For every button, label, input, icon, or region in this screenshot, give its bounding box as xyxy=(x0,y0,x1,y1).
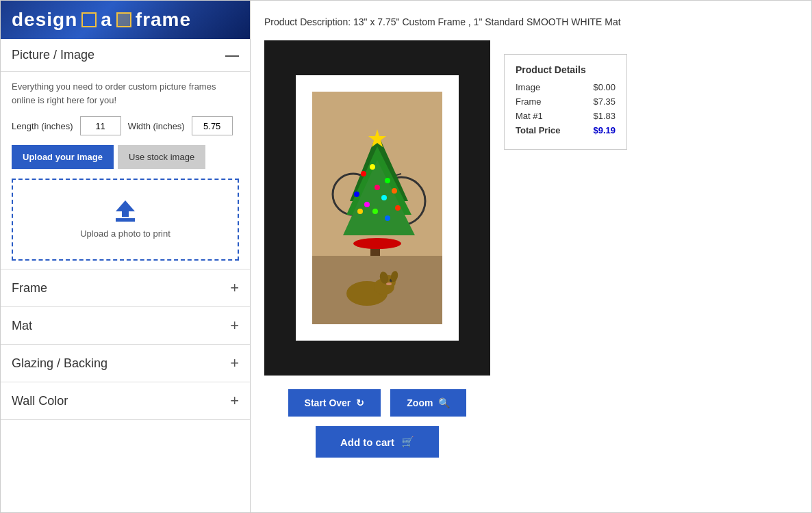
action-buttons: Start Over ↻ Zoom 🔍 xyxy=(288,389,467,417)
logo: design a frame xyxy=(12,9,191,31)
upload-drop-zone[interactable]: Upload a photo to print xyxy=(12,179,239,261)
logo-box-2 xyxy=(116,12,131,27)
frame-section-header[interactable]: Frame + xyxy=(1,269,250,307)
stock-image-button[interactable]: Use stock image xyxy=(118,145,205,169)
refresh-icon: ↻ xyxy=(356,397,364,408)
add-to-cart-button[interactable]: Add to cart 🛒 xyxy=(316,426,439,458)
logo-box-1 xyxy=(81,12,97,27)
svg-point-14 xyxy=(370,164,375,170)
frame-plus-icon: + xyxy=(230,279,239,297)
detail-row-frame: Frame $7.35 xyxy=(516,96,616,107)
svg-point-17 xyxy=(364,202,370,207)
dimensions-row: Length (inches) Width (inches) xyxy=(12,116,239,135)
width-input[interactable] xyxy=(192,116,233,135)
picture-section-content: Everything you need to order custom pict… xyxy=(1,72,250,269)
mat-section-header[interactable]: Mat + xyxy=(1,307,250,345)
detail-row-image: Image $0.00 xyxy=(516,82,616,92)
mat-price: $1.83 xyxy=(593,111,616,121)
product-description-label: Product Description: xyxy=(264,16,351,27)
total-label: Total Price xyxy=(516,125,561,135)
width-label: Width (inches) xyxy=(128,121,185,131)
start-over-button[interactable]: Start Over ↻ xyxy=(288,389,381,417)
main-content: Product Description: 13" x 7.75" Custom … xyxy=(251,1,811,512)
svg-point-18 xyxy=(381,195,387,200)
svg-point-19 xyxy=(375,185,380,190)
detail-row-total: Total Price $9.19 xyxy=(516,125,616,135)
svg-point-23 xyxy=(385,215,390,221)
svg-point-16 xyxy=(392,188,397,194)
logo-connector: a xyxy=(101,9,112,31)
svg-point-25 xyxy=(353,238,401,249)
image-label: Image xyxy=(516,82,540,92)
zoom-button[interactable]: Zoom 🔍 xyxy=(390,389,466,417)
length-label: Length (inches) xyxy=(12,121,73,131)
svg-point-15 xyxy=(354,192,359,197)
svg-point-21 xyxy=(395,205,401,211)
glazing-section-title: Glazing / Backing xyxy=(12,356,107,371)
svg-point-20 xyxy=(357,209,363,214)
frame-section-title: Frame xyxy=(12,281,47,295)
frame-preview xyxy=(264,40,490,376)
logo-bar: design a frame xyxy=(1,1,250,39)
product-description-text: 13" x 7.75" Custom Frame , 1" Standard S… xyxy=(353,16,621,27)
wall-color-plus-icon: + xyxy=(230,392,239,410)
upload-icon xyxy=(116,200,135,222)
length-input[interactable] xyxy=(80,116,121,135)
mat-plus-icon: + xyxy=(230,317,239,334)
image-price: $0.00 xyxy=(593,82,616,92)
picture-section-header[interactable]: Picture / Image — xyxy=(1,39,250,72)
preview-and-details: Start Over ↻ Zoom 🔍 Add to cart 🛒 xyxy=(264,40,798,458)
svg-point-22 xyxy=(372,209,378,214)
product-description: Product Description: 13" x 7.75" Custom … xyxy=(264,14,675,29)
logo-text-frame: frame xyxy=(136,9,191,31)
add-to-cart-label: Add to cart xyxy=(340,436,394,448)
picture-description: Everything you need to order custom pict… xyxy=(12,80,239,107)
mat-label: Mat #1 xyxy=(516,111,543,121)
sidebar: design a frame Picture / Image — Everyth… xyxy=(1,1,251,512)
product-details-card: Product Details Image $0.00 Frame $7.35 … xyxy=(504,54,627,150)
cart-icon: 🛒 xyxy=(401,436,414,448)
svg-point-12 xyxy=(361,171,366,176)
start-over-label: Start Over xyxy=(305,397,351,408)
total-price: $9.19 xyxy=(593,125,616,135)
wall-color-section-title: Wall Color xyxy=(12,394,68,408)
image-buttons: Upload your image Use stock image xyxy=(12,145,239,169)
glazing-plus-icon: + xyxy=(230,354,239,372)
svg-point-13 xyxy=(385,178,390,183)
add-to-cart-row: Add to cart 🛒 xyxy=(316,426,439,458)
inner-photo xyxy=(312,92,442,324)
frame-label: Frame xyxy=(516,96,542,107)
upload-image-button[interactable]: Upload your image xyxy=(12,145,114,169)
product-details-title: Product Details xyxy=(516,64,616,75)
detail-row-mat: Mat #1 $1.83 xyxy=(516,111,616,121)
zoom-icon: 🔍 xyxy=(438,397,450,408)
logo-text-design: design xyxy=(12,9,77,31)
picture-section-title: Picture / Image xyxy=(12,48,94,62)
zoom-label: Zoom xyxy=(407,397,433,408)
photo-svg xyxy=(312,92,442,324)
upload-drop-label: Upload a photo to print xyxy=(80,228,170,239)
mat-section-title: Mat xyxy=(12,319,32,333)
frame-price: $7.35 xyxy=(593,96,616,107)
collapse-icon: — xyxy=(225,47,239,63)
glazing-section-header[interactable]: Glazing / Backing + xyxy=(1,345,250,382)
wall-color-section-header[interactable]: Wall Color + xyxy=(1,382,250,420)
mat-white xyxy=(296,75,459,341)
